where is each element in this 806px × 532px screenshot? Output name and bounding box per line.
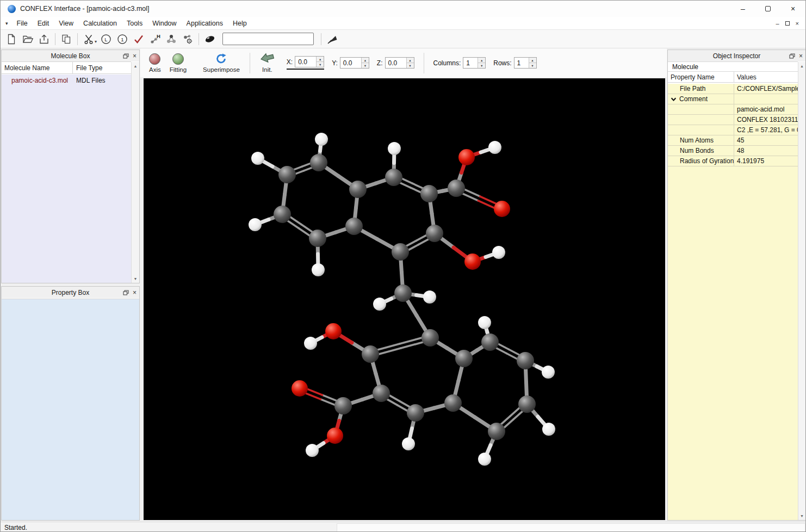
atom-O[interactable]	[325, 323, 342, 339]
atom-H[interactable]	[315, 133, 328, 146]
columns-value[interactable]: 1	[463, 58, 478, 68]
atom-H[interactable]	[249, 218, 262, 231]
atom-C[interactable]	[420, 185, 438, 202]
column-header-file-type[interactable]: File Type	[73, 62, 131, 73]
atom-O[interactable]	[464, 253, 481, 270]
atom-H[interactable]	[306, 444, 319, 457]
inspector-row[interactable]: Radius of Gyration4.191975	[668, 156, 798, 166]
object-inspector-titlebar[interactable]: Object Inspector ×	[668, 50, 805, 61]
atom-C[interactable]	[373, 385, 390, 402]
mdi-minimize-button[interactable]: –	[776, 20, 779, 27]
atom-C[interactable]	[345, 218, 363, 235]
z-spin-up-icon[interactable]: ▲	[407, 58, 414, 63]
scroll-up-icon[interactable]: ▲	[134, 62, 138, 70]
command-input[interactable]	[222, 33, 314, 45]
close-icon[interactable]: ×	[133, 289, 137, 296]
columns-spin-down-icon[interactable]: ▼	[478, 63, 485, 68]
z-spin-down-icon[interactable]: ▼	[407, 63, 414, 68]
float-icon[interactable]	[123, 290, 129, 295]
float-icon[interactable]	[789, 53, 795, 59]
save-button[interactable]	[36, 32, 52, 47]
atom-H[interactable]	[488, 141, 501, 154]
atom-C[interactable]	[517, 352, 534, 369]
atom-H[interactable]	[423, 290, 436, 304]
x-value[interactable]: 0.0	[295, 57, 316, 67]
add-hydrogen-button[interactable]: H	[147, 32, 163, 47]
inspector-row[interactable]: Num Bonds48	[668, 146, 798, 156]
inspector-row[interactable]: pamoic-acid.mol	[668, 104, 798, 115]
molecule-viewport[interactable]	[144, 78, 665, 520]
z-value[interactable]: 0.0	[386, 58, 406, 68]
atom-H[interactable]	[542, 366, 555, 379]
fitting-button[interactable]: Fitting	[165, 52, 191, 74]
atom-H[interactable]	[542, 423, 555, 436]
y-spin-up-icon[interactable]: ▲	[362, 58, 369, 63]
menu-item-window[interactable]: Window	[147, 18, 181, 29]
y-spinbox[interactable]: Y: 0.0 ▲ ▼	[332, 57, 369, 69]
column-header-values[interactable]: Values	[734, 72, 798, 82]
molecule-box-titlebar[interactable]: Molecule Box ×	[2, 50, 139, 61]
property-box-titlebar[interactable]: Property Box ×	[2, 287, 139, 298]
y-spin-down-icon[interactable]: ▼	[362, 63, 369, 68]
menu-item-edit[interactable]: Edit	[33, 18, 54, 29]
atom-O[interactable]	[327, 428, 343, 444]
atom-C[interactable]	[421, 329, 439, 347]
close-button[interactable]: ×	[780, 1, 805, 17]
atom-C[interactable]	[310, 154, 327, 171]
init-button[interactable]: Init.	[256, 52, 279, 74]
atom-H[interactable]	[478, 316, 491, 329]
clock-1-button[interactable]: 1	[114, 32, 131, 47]
atom-H[interactable]	[312, 263, 325, 276]
molecule-table-body[interactable]: pamoic-acid-c3.molMDL Files	[2, 75, 131, 283]
collapse-chevron-icon[interactable]	[671, 96, 677, 102]
atom-C[interactable]	[349, 181, 367, 198]
atom-C[interactable]	[392, 243, 409, 261]
molecule-3d-render[interactable]	[144, 78, 665, 520]
scroll-up-icon[interactable]: ▲	[800, 62, 804, 70]
inspector-row[interactable]: CONFLEX 181023110...	[668, 115, 798, 125]
atom-H[interactable]	[402, 437, 415, 450]
inspector-row[interactable]: C2 ,E = 57.281, G = 0...	[668, 125, 798, 135]
atom-H[interactable]	[251, 152, 264, 165]
rows-spinbox[interactable]: Rows: 1 ▲ ▼	[493, 57, 536, 69]
close-icon[interactable]: ×	[799, 53, 803, 59]
maximize-button[interactable]	[755, 1, 780, 17]
menu-item-view[interactable]: View	[54, 18, 78, 29]
atom-H[interactable]	[373, 298, 386, 311]
mdi-close-button[interactable]: ×	[796, 20, 799, 27]
atom-C[interactable]	[455, 350, 473, 367]
axis-button[interactable]: Axis	[145, 52, 165, 74]
atom-O[interactable]	[494, 201, 510, 217]
mdi-restore-button[interactable]	[785, 21, 790, 26]
open-file-button[interactable]	[20, 32, 36, 47]
molecule-row[interactable]: pamoic-acid-c3.molMDL Files	[2, 75, 131, 86]
rows-spin-down-icon[interactable]: ▼	[529, 63, 536, 68]
molecule-box-scrollbar[interactable]: ▲ ▼	[131, 62, 139, 283]
columns-spinbox[interactable]: Columns: 1 ▲ ▼	[433, 57, 486, 69]
molecule-settings-button[interactable]	[179, 32, 196, 47]
rows-value[interactable]: 1	[514, 58, 529, 68]
x-spin-up-icon[interactable]: ▲	[317, 57, 324, 62]
columns-spin-up-icon[interactable]: ▲	[478, 58, 485, 63]
atom-C[interactable]	[448, 180, 465, 197]
atom-O[interactable]	[458, 149, 475, 165]
inspector-row[interactable]: File PathC:/CONFLEX/Sample_...	[668, 84, 798, 94]
atom-C[interactable]	[407, 404, 424, 422]
menu-item-help[interactable]: Help	[228, 18, 252, 29]
copy-button[interactable]	[58, 32, 75, 47]
eye-button[interactable]	[202, 32, 218, 47]
molecule-button[interactable]	[163, 32, 179, 47]
inspector-rows[interactable]: File PathC:/CONFLEX/Sample_...Commentpam…	[668, 84, 798, 520]
atom-C[interactable]	[426, 225, 443, 242]
rows-spin-up-icon[interactable]: ▲	[529, 58, 536, 63]
new-file-button[interactable]	[3, 32, 20, 47]
float-icon[interactable]	[123, 53, 129, 59]
atom-O[interactable]	[292, 380, 308, 397]
superimpose-button[interactable]: Superimpose	[199, 52, 244, 74]
child-window-menu-icon[interactable]: ▾	[5, 21, 8, 26]
menu-item-file[interactable]: File	[12, 18, 33, 29]
menu-item-applications[interactable]: Applications	[182, 18, 228, 29]
object-inspector-scrollbar[interactable]: ▲ ▼	[798, 62, 805, 520]
horizontal-scrollbar[interactable]	[337, 523, 805, 532]
check-structure-button[interactable]	[131, 32, 147, 47]
